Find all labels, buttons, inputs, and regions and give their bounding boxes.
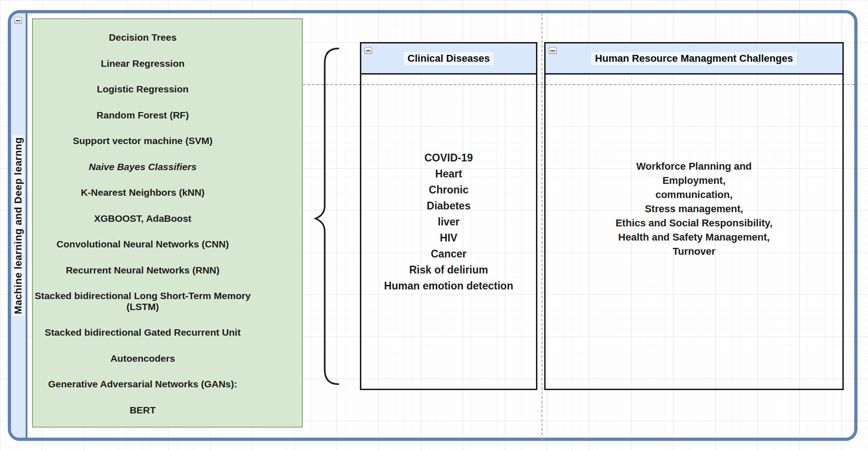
ml-algorithm-item: Stacked bidirectional Gated Recurrent Un… (33, 327, 252, 338)
collapse-minus-icon[interactable] (549, 47, 557, 54)
clinical-diseases-list: COVID-19HeartChronicDiabetesliverHIVCanc… (361, 150, 536, 294)
hr-challenge-item: communication, (546, 188, 842, 202)
clinical-disease-item: HIV (361, 230, 536, 246)
clinical-disease-item: Heart (361, 166, 536, 182)
clinical-diseases-title: Clinical Diseases (404, 52, 493, 65)
vertical-guide-line (541, 13, 542, 440)
hr-challenge-item: Ethics and Social Responsibility, (546, 216, 842, 230)
ml-algorithm-item: Random Forest (RF) (33, 110, 252, 121)
ml-algorithm-item: Convolutional Neural Networks (CNN) (33, 239, 252, 250)
clinical-diseases-header: Clinical Diseases (361, 43, 536, 75)
clinical-disease-item: Chronic (361, 182, 536, 198)
hr-challenges-list: Workforce Planning andEmployment,communi… (546, 159, 842, 258)
curly-brace[interactable] (309, 44, 346, 391)
hr-challenges-box[interactable]: Human Resource Managment Challenges Work… (544, 42, 844, 390)
clinical-diseases-box[interactable]: Clinical Diseases COVID-19HeartChronicDi… (360, 42, 537, 390)
ml-algorithm-item: Decision Trees (33, 32, 252, 43)
collapse-minus-icon[interactable] (14, 17, 22, 24)
ml-algorithm-item: XGBOOST, AdaBoost (33, 213, 252, 224)
ml-algorithm-item: BERT (33, 405, 252, 416)
ml-algorithm-item: Stacked bidirectional Long Short-Term Me… (33, 290, 252, 312)
collapse-minus-icon[interactable] (364, 47, 372, 54)
ml-dl-container-label: Machine learning and Deep learnng (12, 135, 24, 316)
hr-challenges-title: Human Resource Managment Challenges (591, 52, 797, 65)
ml-algorithm-item: Recurrent Neural Networks (RNN) (33, 265, 252, 276)
ml-algorithm-item: K-Nearest Neighbors (kNN) (33, 187, 252, 198)
ml-algorithms-panel[interactable]: Decision TreesLinear RegressionLogistic … (32, 18, 303, 428)
clinical-disease-item: Diabetes (361, 198, 536, 214)
hr-challenges-header: Human Resource Managment Challenges (546, 43, 842, 75)
hr-challenge-item: Health and Safety Management, (546, 230, 842, 244)
hr-challenge-item: Turnover (546, 244, 842, 258)
clinical-disease-item: Human emotion detection (361, 278, 536, 294)
hr-challenge-item: Workforce Planning and (546, 159, 842, 173)
ml-algorithm-item: Autoencoders (33, 353, 252, 364)
hr-challenge-item: Stress management, (546, 202, 842, 216)
hr-challenge-item: Employment, (546, 173, 842, 188)
clinical-disease-item: Risk of delirium (361, 262, 536, 278)
clinical-disease-item: Cancer (361, 246, 536, 262)
ml-algorithm-item: Generative Adversarial Networks (GANs): (33, 379, 252, 390)
ml-algorithm-item: Linear Regression (33, 58, 252, 69)
ml-algorithm-item: Support vector machine (SVM) (33, 135, 252, 146)
ml-algorithm-item: Naive Bayes Classifiers (33, 161, 252, 172)
clinical-disease-item: COVID-19 (361, 150, 536, 166)
ml-algorithms-list: Decision TreesLinear RegressionLogistic … (33, 19, 252, 427)
ml-algorithm-item: Logistic Regression (33, 84, 252, 95)
clinical-disease-item: liver (361, 214, 536, 230)
ml-dl-container-titlebar[interactable]: Machine learning and Deep learnng (11, 13, 27, 438)
